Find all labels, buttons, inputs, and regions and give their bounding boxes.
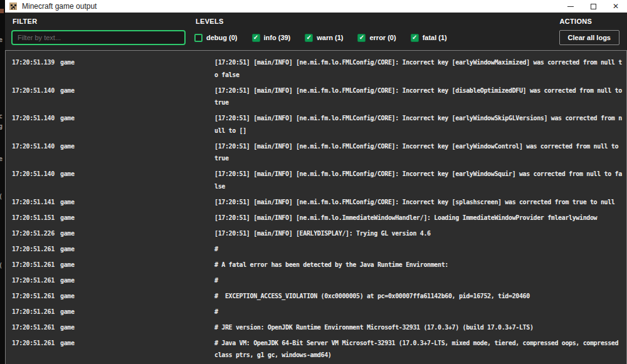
log-source: game bbox=[60, 168, 214, 192]
log-message: # bbox=[214, 306, 623, 318]
log-row: 17:20:51.261 game # EXCEPTION_ACCESS_VIO… bbox=[6, 288, 626, 304]
log-source: game bbox=[60, 227, 214, 240]
log-message: # bbox=[214, 274, 623, 287]
log-source: game bbox=[60, 56, 214, 81]
checkbox-icon[interactable]: ✓ bbox=[411, 34, 419, 42]
log-row: 17:20:51.261 game # JRE version: OpenJDK… bbox=[6, 320, 626, 335]
log-source: game bbox=[60, 337, 214, 361]
maximize-button[interactable] bbox=[582, 0, 604, 13]
log-output-panel[interactable]: 17:20:51.139 game [17:20:51] [main/INFO]… bbox=[5, 50, 627, 364]
maximize-icon bbox=[591, 4, 596, 9]
filter-section: FILTER bbox=[11, 16, 188, 45]
log-message: [17:20:51] [main/INFO] [ne.mi.fm.lo.FMLC… bbox=[214, 56, 623, 81]
level-label: info (39) bbox=[264, 34, 291, 41]
log-row: 17:20:51.261 game # bbox=[6, 241, 626, 257]
log-row: 17:20:51.140 game [17:20:51] [main/INFO]… bbox=[6, 110, 626, 138]
edge-text-fragment: c bbox=[0, 113, 3, 120]
creeper-icon bbox=[9, 3, 17, 10]
log-source: game bbox=[60, 112, 214, 137]
checkbox-icon[interactable]: ✓ bbox=[305, 34, 313, 42]
level-label: error (0) bbox=[369, 34, 396, 41]
log-row: 17:20:51.141 game [17:20:51] [main/INFO]… bbox=[6, 194, 626, 210]
log-source: game bbox=[60, 259, 214, 271]
background-window-edge: e c g e ( ( bbox=[0, 0, 5, 364]
log-row: 17:20:51.226 game [17:20:51] [main/INFO]… bbox=[6, 226, 626, 241]
close-button[interactable]: ✕ bbox=[604, 0, 627, 13]
log-timestamp: 17:20:51.140 bbox=[12, 168, 60, 192]
edge-text-fragment: ( bbox=[0, 193, 3, 200]
log-message: # bbox=[214, 243, 623, 256]
actions-section-label: ACTIONS bbox=[560, 18, 593, 25]
window-controls: ✕ bbox=[559, 0, 627, 13]
titlebar: Minecraft game output ✕ bbox=[5, 0, 627, 13]
background-window-icon-fragment bbox=[0, 9, 4, 13]
log-message: [17:20:51] [main/INFO] [EARLYDISPLAY/]: … bbox=[214, 227, 623, 240]
levels-section-label: LEVELS bbox=[196, 18, 559, 25]
log-timestamp: 17:20:51.261 bbox=[12, 290, 60, 303]
log-timestamp: 17:20:51.140 bbox=[12, 140, 60, 165]
log-message: [17:20:51] [main/INFO] [ne.mi.fm.lo.FMLC… bbox=[214, 112, 623, 137]
level-label: fatal (1) bbox=[423, 34, 447, 41]
level-toggle[interactable]: ✓ info (39) bbox=[252, 34, 291, 42]
log-message: [17:20:51] [main/INFO] [ne.mi.fm.lo.FMLC… bbox=[214, 168, 623, 192]
log-timestamp: 17:20:51.261 bbox=[12, 321, 60, 334]
log-timestamp: 17:20:51.226 bbox=[12, 227, 60, 240]
log-timestamp: 17:20:51.261 bbox=[12, 274, 60, 287]
window-title: Minecraft game output bbox=[22, 2, 97, 11]
log-source: game bbox=[60, 290, 214, 303]
close-icon: ✕ bbox=[613, 3, 619, 10]
log-source: game bbox=[60, 243, 214, 256]
clear-all-logs-button[interactable]: Clear all logs bbox=[559, 30, 619, 45]
filter-input[interactable] bbox=[11, 30, 186, 45]
log-row: 17:20:51.140 game [17:20:51] [main/INFO]… bbox=[6, 83, 626, 111]
minimize-button[interactable] bbox=[559, 0, 582, 13]
level-toggle[interactable]: ✓ fatal (1) bbox=[411, 34, 447, 42]
log-row: 17:20:51.261 game # bbox=[6, 304, 626, 320]
log-timestamp: 17:20:51.261 bbox=[12, 337, 60, 361]
log-row: 17:20:51.261 game # A fatal error has be… bbox=[6, 257, 626, 273]
log-timestamp: 17:20:51.140 bbox=[12, 85, 60, 109]
log-source: game bbox=[60, 196, 214, 209]
edge-text-fragment: g bbox=[0, 123, 3, 130]
log-source: game bbox=[60, 321, 214, 334]
log-row: 17:20:51.261 game # bbox=[6, 273, 626, 288]
log-source: game bbox=[60, 306, 214, 318]
edge-text-fragment: e bbox=[0, 155, 3, 162]
log-message: [17:20:51] [main/INFO] [ne.mi.fm.lo.Imme… bbox=[214, 212, 623, 224]
log-timestamp: 17:20:51.140 bbox=[12, 112, 60, 137]
log-row: 17:20:51.139 game [17:20:51] [main/INFO]… bbox=[6, 55, 626, 83]
actions-section: ACTIONS Clear all logs bbox=[559, 16, 621, 45]
log-message: [17:20:51] [main/INFO] [ne.mi.fm.lo.FMLC… bbox=[214, 85, 623, 109]
log-message: [17:20:51] [main/INFO] [ne.mi.fm.lo.FMLC… bbox=[214, 140, 623, 165]
log-timestamp: 17:20:51.139 bbox=[12, 56, 60, 81]
level-toggle[interactable]: ✓ warn (1) bbox=[305, 34, 343, 42]
minecraft-game-output-window: Minecraft game output ✕ FILTER LEVELS de… bbox=[5, 0, 627, 364]
levels-section: LEVELS debug (0) ✓ info (39) ✓ warn (1) … bbox=[194, 16, 559, 45]
log-message: # Java VM: OpenJDK 64-Bit Server VM Micr… bbox=[214, 337, 623, 361]
level-toggle[interactable]: debug (0) bbox=[194, 34, 238, 42]
checkbox-icon[interactable]: ✓ bbox=[252, 34, 260, 42]
log-row: 17:20:51.140 game [17:20:51] [main/INFO]… bbox=[6, 166, 626, 194]
log-timestamp: 17:20:51.151 bbox=[12, 212, 60, 224]
log-source: game bbox=[60, 140, 214, 165]
log-row: 17:20:51.151 game [17:20:51] [main/INFO]… bbox=[6, 210, 626, 226]
log-timestamp: 17:20:51.261 bbox=[12, 306, 60, 318]
log-source: game bbox=[60, 85, 214, 109]
log-timestamp: 17:20:51.141 bbox=[12, 196, 60, 209]
edge-text-fragment: e bbox=[0, 36, 3, 43]
level-toggle[interactable]: ✓ error (0) bbox=[357, 34, 396, 42]
log-message: # EXCEPTION_ACCESS_VIOLATION (0xc0000005… bbox=[214, 290, 623, 303]
minimize-icon bbox=[567, 6, 574, 7]
toolbar: FILTER LEVELS debug (0) ✓ info (39) ✓ wa… bbox=[5, 13, 627, 50]
filter-section-label: FILTER bbox=[13, 18, 188, 25]
log-timestamp: 17:20:51.261 bbox=[12, 243, 60, 256]
edge-text-fragment: ( bbox=[0, 262, 3, 269]
checkbox-icon[interactable]: ✓ bbox=[357, 34, 366, 42]
log-timestamp: 17:20:51.261 bbox=[12, 259, 60, 271]
level-toggles: debug (0) ✓ info (39) ✓ warn (1) ✓ error… bbox=[194, 30, 559, 45]
log-message: # A fatal error has been detected by the… bbox=[214, 259, 623, 271]
log-row: 17:20:51.261 game # Java VM: OpenJDK 64-… bbox=[6, 335, 626, 363]
checkbox-icon[interactable] bbox=[194, 34, 203, 42]
log-source: game bbox=[60, 274, 214, 287]
log-row: 17:20:51.140 game [17:20:51] [main/INFO]… bbox=[6, 138, 626, 167]
